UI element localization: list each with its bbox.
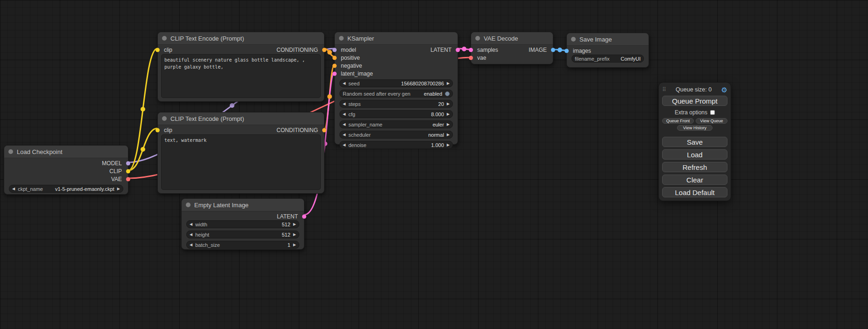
clear-button[interactable]: Clear [662,175,727,185]
output-port-clip[interactable] [126,169,130,173]
output-port-conditioning[interactable] [322,48,326,52]
input-port-clip[interactable] [155,48,160,52]
collapse-dot-icon[interactable] [162,36,167,41]
queue-size-label: Queue size: 0 [676,86,712,93]
negative-prompt-textarea[interactable]: text, watermark [161,134,321,190]
node-save-image-header[interactable]: Save Image [567,33,649,46]
increment-arrow-icon[interactable]: ▶ [447,82,450,85]
batch-size-widget[interactable]: ◀ batch_size 1 ▶ [186,241,299,249]
toggle-knob-icon[interactable] [445,91,450,96]
output-label-latent: LATENT [277,213,298,220]
decrement-arrow-icon[interactable]: ◀ [190,233,192,237]
increment-arrow-icon[interactable]: ▶ [117,187,120,191]
collapse-dot-icon[interactable] [162,116,167,121]
decrement-arrow-icon[interactable]: ◀ [343,133,346,137]
save-button[interactable]: Save [662,137,727,147]
increment-arrow-icon[interactable]: ▶ [447,123,450,126]
positive-prompt-textarea[interactable]: beautiful scenery nature glass bottle la… [161,54,321,98]
node-ksampler[interactable]: KSampler model LATENT positive negative … [334,32,458,145]
collapse-dot-icon[interactable] [339,36,344,41]
output-label-vae: VAE [111,176,122,182]
node-load-checkpoint[interactable]: Load Checkpoint MODEL CLIP VAE ◀ ckpt_na… [4,145,128,195]
load-default-button[interactable]: Load Default [662,187,727,197]
decrement-arrow-icon[interactable]: ◀ [343,123,346,126]
output-port-latent[interactable] [456,48,460,52]
slot-row: latent_image [335,70,458,77]
input-port-model[interactable] [332,48,337,52]
increment-arrow-icon[interactable]: ▶ [447,143,450,147]
widget-label: sampler_name [348,122,382,127]
node-load-checkpoint-header[interactable]: Load Checkpoint [4,146,128,158]
refresh-button[interactable]: Refresh [662,162,727,172]
decrement-arrow-icon[interactable]: ◀ [343,112,346,116]
output-port-conditioning[interactable] [322,128,326,132]
scheduler-widget[interactable]: ◀ scheduler normal ▶ [339,131,453,139]
sampler-name-widget[interactable]: ◀ sampler_name euler ▶ [339,120,453,128]
widget-label: Random seed after every gen [343,91,410,97]
increment-arrow-icon[interactable]: ▶ [447,102,450,106]
graph-canvas[interactable]: Load Checkpoint MODEL CLIP VAE ◀ ckpt_na… [0,0,868,329]
queue-prompt-button[interactable]: Queue Prompt [662,96,727,106]
decrement-arrow-icon[interactable]: ◀ [12,187,15,191]
slot-row: clip CONDITIONING [158,46,324,54]
node-empty-latent-header[interactable]: Empty Latent Image [182,199,304,211]
decrement-arrow-icon[interactable]: ◀ [190,243,192,247]
node-clip-text-encode-positive[interactable]: CLIP Text Encode (Prompt) clip CONDITION… [157,32,325,102]
collapse-dot-icon[interactable] [186,203,191,207]
collapse-dot-icon[interactable] [475,36,480,41]
link-midpoint-dot [327,50,332,55]
random-seed-toggle[interactable]: Random seed after every gen enabled [339,90,453,98]
gear-icon[interactable]: ⚙ [721,86,727,93]
output-label-conditioning: CONDITIONING [276,127,318,133]
view-queue-button[interactable]: View Queue [696,118,727,124]
node-empty-latent-image[interactable]: Empty Latent Image LATENT ◀ width 512 ▶ … [181,198,304,250]
node-ksampler-header[interactable]: KSampler [335,32,458,45]
input-port-clip[interactable] [155,128,160,132]
widget-label: batch_size [195,242,220,248]
input-port-positive[interactable] [332,56,337,60]
height-widget[interactable]: ◀ height 512 ▶ [186,231,299,238]
input-port-samples[interactable] [469,48,473,52]
denoise-widget[interactable]: ◀ denoise 1.000 ▶ [339,141,453,149]
node-clip-positive-header[interactable]: CLIP Text Encode (Prompt) [158,32,324,45]
output-port-model[interactable] [126,161,130,165]
input-port-negative[interactable] [332,63,337,68]
extra-options-checkbox[interactable] [710,110,715,115]
increment-arrow-icon[interactable]: ▶ [293,233,296,237]
output-label-model: MODEL [102,160,122,167]
decrement-arrow-icon[interactable]: ◀ [190,223,192,226]
increment-arrow-icon[interactable]: ▶ [293,243,296,247]
filename-prefix-widget[interactable]: filename_prefix ComfyUI [572,55,644,63]
width-widget[interactable]: ◀ width 512 ▶ [186,220,299,228]
view-history-button[interactable]: View History [677,125,713,131]
output-port-image[interactable] [551,48,555,52]
node-clip-negative-header[interactable]: CLIP Text Encode (Prompt) [158,112,324,125]
node-save-image[interactable]: Save Image images filename_prefix ComfyU… [566,33,649,68]
increment-arrow-icon[interactable]: ▶ [447,112,450,116]
node-vae-decode[interactable]: VAE Decode samples IMAGE vae [471,32,553,64]
widget-value: 8.000 [431,112,444,117]
collapse-dot-icon[interactable] [8,149,13,154]
queue-front-button[interactable]: Queue Front [662,118,694,124]
load-button[interactable]: Load [662,149,727,160]
decrement-arrow-icon[interactable]: ◀ [343,143,346,147]
ckpt-name-widget[interactable]: ◀ ckpt_name v1-5-pruned-emaonly.ckpt ▶ [9,185,123,193]
seed-widget[interactable]: ◀ seed 156680208700286 ▶ [339,79,453,87]
output-port-vae[interactable] [126,177,130,181]
increment-arrow-icon[interactable]: ▶ [293,223,296,226]
drag-handle-icon[interactable]: ⠿ [662,87,666,92]
node-clip-text-encode-negative[interactable]: CLIP Text Encode (Prompt) clip CONDITION… [157,112,325,194]
increment-arrow-icon[interactable]: ▶ [447,133,450,137]
steps-widget[interactable]: ◀ steps 20 ▶ [339,100,453,108]
node-vae-decode-header[interactable]: VAE Decode [471,32,553,45]
input-port-latent-image[interactable] [332,71,337,76]
input-port-images[interactable] [565,49,569,53]
output-port-latent[interactable] [302,214,306,218]
decrement-arrow-icon[interactable]: ◀ [343,102,346,106]
collapse-dot-icon[interactable] [571,37,576,42]
cfg-widget[interactable]: ◀ cfg 8.000 ▶ [339,110,453,118]
input-label-vae: vae [477,55,486,61]
input-port-vae[interactable] [469,56,473,60]
input-label-negative: negative [341,63,362,69]
decrement-arrow-icon[interactable]: ◀ [343,82,346,85]
